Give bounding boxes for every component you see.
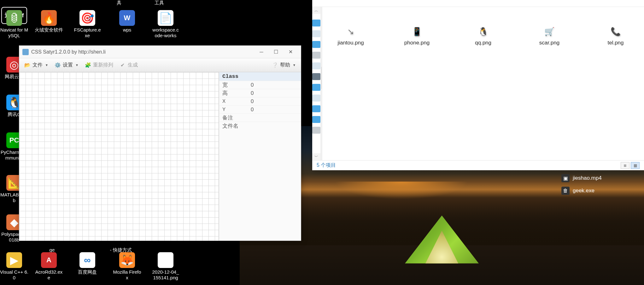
file-name: qq.png: [475, 40, 491, 46]
nav-item[interactable]: [312, 84, 320, 91]
file-thumbnail-icon: 📞: [610, 26, 621, 37]
toolbar: 📂 文件 ▼ ⚙️ 设置 ▼ 🧩 重新排列 ✔ 生成 ❔ 帮助 ▼: [19, 58, 301, 72]
settings-menu-label: 设置: [63, 62, 73, 68]
desktop-file[interactable]: ▣jieshao.mp4: [561, 174, 602, 182]
nav-scroll-up[interactable]: ︿: [312, 7, 320, 14]
desktop-file[interactable]: 🗑geek.exe: [561, 187, 594, 195]
desktop-icon-vc6[interactable]: ▶Visual C++ 6.0: [0, 252, 28, 281]
nav-item[interactable]: [312, 116, 320, 123]
desktop-icon-label: 百度网盘: [78, 269, 97, 275]
desktop-icon-snap[interactable]: ▬2020-12-04_155141.png: [151, 252, 180, 281]
explorer-statusbar: 5 个项目 ≣ ▦: [312, 160, 644, 170]
file-menu[interactable]: 📂 文件 ▼: [22, 61, 51, 70]
nav-item[interactable]: [312, 95, 320, 102]
nav-item[interactable]: [312, 30, 320, 37]
scrollbar-thumb[interactable]: [321, 67, 322, 89]
explorer-file-view[interactable]: ↘jiantou.png📱phone.png🐧qq.png🛒scar.png📞t…: [322, 7, 644, 160]
wps-icon: W: [119, 10, 135, 26]
titlebar[interactable]: CSS Satyr1.2.0.0 by http://shen.li ─ ☐ ✕: [19, 46, 301, 58]
desktop-icon-label-partial: 具: [117, 0, 121, 6]
nav-item[interactable]: [312, 41, 320, 48]
minimize-button[interactable]: ─: [254, 47, 269, 57]
desktop-icon-huorong[interactable]: 🔥火绒安全软件: [35, 10, 63, 33]
property-key: X: [222, 98, 251, 104]
property-key: 宽: [222, 81, 251, 89]
nav-item[interactable]: [312, 105, 320, 112]
property-value: 0: [251, 98, 298, 105]
settings-menu[interactable]: ⚙️ 设置 ▼: [52, 61, 81, 70]
property-row[interactable]: X0: [219, 97, 301, 105]
status-item-count: 5 个项目: [317, 162, 336, 169]
desktop-icon-label: Visual C++ 6.0: [0, 269, 28, 281]
property-key: 备注: [222, 114, 251, 121]
desktop-icon-workspace[interactable]: 📄workspace.code-works: [151, 10, 180, 38]
desktop-icon-acrord[interactable]: AAcroRd32.exe: [35, 252, 63, 281]
file-name: tel.png: [607, 40, 624, 46]
nav-item[interactable]: [312, 73, 320, 80]
property-row[interactable]: Y0: [219, 105, 301, 113]
file-item[interactable]: ↘jiantou.png: [329, 26, 373, 46]
icons-view-button[interactable]: ▦: [631, 162, 640, 169]
desktop-icon-baidupan[interactable]: ∞百度网盘: [73, 252, 102, 275]
file-icon: ▣: [561, 174, 570, 182]
desktop-icon-label: 火绒安全软件: [35, 27, 63, 33]
property-row[interactable]: 备注: [219, 113, 301, 122]
desktop-icon-fscapture[interactable]: 🎯FSCapture.exe: [73, 10, 102, 38]
desktop-file-label: jieshao.mp4: [573, 175, 602, 181]
gear-icon: ⚙️: [55, 62, 61, 68]
desktop-icon-firefox[interactable]: 🦊Mozilla Firefox: [113, 252, 141, 281]
desktop-icon-label: AcroRd32.exe: [35, 269, 63, 281]
properties-header: Class: [219, 72, 301, 81]
generate-button[interactable]: ✔ 生成: [117, 61, 140, 70]
rearrange-button[interactable]: 🧩 重新排列: [82, 61, 116, 70]
desktop-icon-navicat[interactable]: 🛢Navicat for MySQL: [0, 10, 28, 38]
file-icon: 🗑: [561, 187, 570, 195]
canvas-grid[interactable]: [19, 72, 219, 241]
help-icon: ❔: [272, 62, 278, 68]
desktop-icon-label: 2020-12-04_155141.png: [151, 269, 180, 281]
nav-scroll-down[interactable]: ﹀: [312, 153, 320, 160]
workspace-icon: 📄: [158, 10, 173, 26]
nav-item[interactable]: [312, 52, 320, 59]
check-icon: ✔: [120, 62, 126, 68]
file-item[interactable]: 🛒scar.png: [527, 26, 571, 46]
nav-item[interactable]: [312, 20, 320, 26]
property-row[interactable]: 文件名: [219, 122, 301, 130]
file-item[interactable]: 📱phone.png: [395, 26, 439, 46]
window-title: CSS Satyr1.2.0.0 by http://shen.li: [31, 49, 254, 55]
property-key: 高: [222, 90, 251, 97]
file-name: jiantou.png: [337, 40, 364, 46]
explorer-navpane[interactable]: ︿ ﹀: [312, 7, 321, 160]
explorer-ribbon-collapsed[interactable]: [312, 0, 644, 7]
property-row[interactable]: 宽0: [219, 81, 301, 89]
nav-item[interactable]: [312, 62, 320, 69]
file-menu-label: 文件: [32, 62, 43, 68]
window-body: Class 宽0高0X0Y0备注文件名: [19, 72, 301, 241]
file-name: phone.png: [404, 40, 430, 46]
chevron-down-icon: ▼: [45, 63, 48, 67]
nav-item[interactable]: [312, 127, 320, 134]
desktop-icon-label: FSCapture.exe: [73, 27, 102, 38]
chevron-down-icon: ▼: [293, 63, 296, 67]
vc6-icon: ▶: [6, 252, 22, 268]
file-item[interactable]: 🐧qq.png: [461, 26, 505, 46]
property-value: 0: [251, 90, 298, 96]
nav-scrollbar[interactable]: [321, 7, 322, 160]
file-name: scar.png: [539, 40, 559, 46]
details-view-button[interactable]: ≣: [621, 162, 629, 169]
desktop-icon-wps[interactable]: Wwps: [113, 10, 141, 33]
property-row[interactable]: 高0: [219, 89, 301, 97]
desktop-file-label: geek.exe: [573, 188, 594, 194]
property-value: 0: [251, 107, 298, 113]
help-label: 帮助: [280, 62, 290, 68]
folder-icon: 📂: [24, 62, 31, 68]
maximize-button[interactable]: ☐: [269, 47, 283, 57]
help-menu[interactable]: ❔ 帮助 ▼: [269, 61, 298, 70]
wallpaper-tent: [401, 216, 483, 266]
file-item[interactable]: 📞tel.png: [594, 26, 638, 46]
file-thumbnail-icon: 🐧: [477, 26, 489, 37]
desktop-icon-label: wps: [123, 27, 132, 33]
close-button[interactable]: ✕: [283, 47, 298, 57]
explorer-window: ︿ ﹀ ↘jiantou.png📱phone.png🐧qq.png🛒scar.p…: [312, 0, 644, 170]
desktop-icon-label: workspace.code-works: [151, 27, 180, 38]
